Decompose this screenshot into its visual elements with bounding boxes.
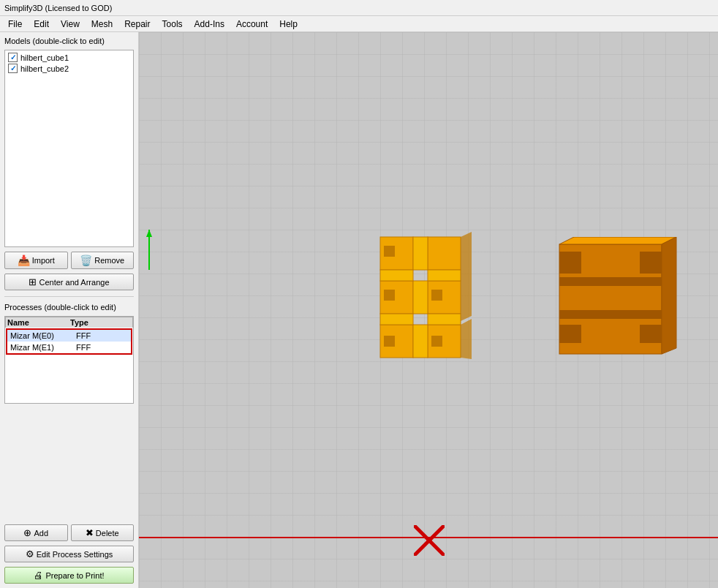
model-btn-row: 📥 Import 🗑️ Remove bbox=[4, 252, 134, 269]
svg-rect-13 bbox=[384, 246, 395, 257]
model-name-2: hilbert_cube2 bbox=[20, 64, 69, 73]
process-name-1: Mizar M(E0) bbox=[10, 331, 73, 340]
models-section-title: Models (double-click to edit) bbox=[4, 37, 134, 45]
menu-view[interactable]: View bbox=[56, 18, 85, 31]
svg-rect-19 bbox=[428, 314, 461, 325]
svg-rect-16 bbox=[380, 270, 413, 281]
menu-bar: File Edit View Mesh Repair Tools Add-Ins… bbox=[0, 16, 718, 32]
svg-marker-1 bbox=[146, 230, 152, 237]
svg-rect-14 bbox=[428, 237, 461, 270]
remove-icon: 🗑️ bbox=[80, 255, 92, 266]
svg-rect-3 bbox=[384, 336, 395, 347]
menu-help[interactable]: Help bbox=[274, 18, 303, 31]
menu-account[interactable]: Account bbox=[231, 18, 273, 31]
svg-rect-23 bbox=[559, 277, 662, 286]
objects-container bbox=[139, 32, 718, 588]
svg-rect-28 bbox=[640, 325, 662, 343]
menu-edit[interactable]: Edit bbox=[29, 18, 54, 31]
model-checkbox-1[interactable] bbox=[8, 53, 18, 62]
menu-addins[interactable]: Add-Ins bbox=[189, 18, 230, 31]
svg-rect-11 bbox=[413, 281, 428, 314]
processes-section-title: Processes (double-click to edit) bbox=[4, 303, 134, 312]
svg-rect-25 bbox=[559, 252, 581, 274]
header-name: Name bbox=[7, 318, 70, 327]
import-button[interactable]: 📥 Import bbox=[4, 252, 68, 269]
title-text: Simplify3D (Licensed to GOD) bbox=[4, 4, 112, 12]
process-type-1: FFF bbox=[76, 331, 113, 340]
svg-rect-24 bbox=[559, 310, 662, 319]
svg-rect-27 bbox=[640, 252, 662, 274]
bottom-section: ⊕ Add ✖ Delete ⚙ Edit Process Settings 🖨… bbox=[4, 523, 134, 584]
center-icon: ⊞ bbox=[29, 276, 37, 287]
process-type-2: FFF bbox=[76, 343, 113, 352]
import-icon: 📥 bbox=[18, 255, 30, 266]
svg-rect-10 bbox=[431, 290, 442, 301]
left-panel: Models (double-click to edit) hilbert_cu… bbox=[0, 32, 139, 588]
svg-marker-29 bbox=[559, 237, 676, 244]
x-cross-marker bbox=[414, 525, 445, 556]
viewport[interactable] bbox=[139, 32, 718, 588]
y-axis-marker bbox=[145, 230, 152, 266]
svg-marker-21 bbox=[461, 319, 472, 359]
3d-object-1 bbox=[373, 230, 519, 383]
menu-repair[interactable]: Repair bbox=[119, 18, 155, 31]
add-icon: ⊕ bbox=[23, 527, 31, 538]
svg-marker-20 bbox=[461, 232, 472, 321]
menu-mesh[interactable]: Mesh bbox=[86, 18, 118, 31]
add-delete-row: ⊕ Add ✖ Delete bbox=[4, 524, 134, 541]
edit-icon: ⚙ bbox=[26, 549, 34, 559]
add-button[interactable]: ⊕ Add bbox=[4, 524, 68, 541]
header-type: Type bbox=[70, 318, 107, 327]
menu-file[interactable]: File bbox=[3, 18, 27, 31]
process-item-2[interactable]: Mizar M(E1) FFF bbox=[7, 342, 131, 353]
3d-object-2 bbox=[556, 237, 687, 376]
svg-rect-26 bbox=[559, 325, 581, 343]
prepare-print-button[interactable]: 🖨 Prepare to Print! bbox=[4, 567, 134, 584]
remove-button[interactable]: 🗑️ Remove bbox=[71, 252, 135, 269]
svg-rect-17 bbox=[428, 270, 461, 281]
process-name-2: Mizar M(E1) bbox=[10, 343, 73, 352]
model-item-1[interactable]: hilbert_cube1 bbox=[7, 52, 132, 63]
axis-svg bbox=[145, 230, 154, 274]
edit-process-button[interactable]: ⚙ Edit Process Settings bbox=[4, 546, 134, 562]
menu-tools[interactable]: Tools bbox=[157, 18, 188, 31]
model-checkbox-2[interactable] bbox=[8, 64, 18, 73]
center-arrange-button[interactable]: ⊞ Center and Arrange bbox=[4, 274, 134, 290]
model-list: hilbert_cube1 hilbert_cube2 bbox=[4, 50, 134, 247]
svg-rect-8 bbox=[384, 290, 395, 301]
delete-button[interactable]: ✖ Delete bbox=[71, 524, 135, 541]
svg-rect-15 bbox=[413, 237, 428, 270]
process-list: Name Type Mizar M(E0) FFF Mizar M(E1) FF… bbox=[4, 316, 134, 404]
svg-rect-5 bbox=[431, 336, 442, 347]
process-list-inner: Mizar M(E0) FFF Mizar M(E1) FFF bbox=[6, 328, 132, 355]
svg-rect-6 bbox=[413, 325, 428, 358]
delete-icon: ✖ bbox=[86, 527, 94, 538]
process-item-1[interactable]: Mizar M(E0) FFF bbox=[7, 330, 131, 342]
model-name-1: hilbert_cube1 bbox=[20, 53, 69, 62]
print-icon: 🖨 bbox=[34, 570, 43, 581]
title-bar: Simplify3D (Licensed to GOD) bbox=[0, 0, 718, 16]
section-divider bbox=[4, 296, 134, 297]
process-list-header: Name Type bbox=[5, 317, 133, 328]
main-layout: Models (double-click to edit) hilbert_cu… bbox=[0, 32, 718, 588]
svg-rect-18 bbox=[380, 314, 413, 325]
model-item-2[interactable]: hilbert_cube2 bbox=[7, 63, 132, 74]
svg-marker-30 bbox=[662, 237, 676, 354]
